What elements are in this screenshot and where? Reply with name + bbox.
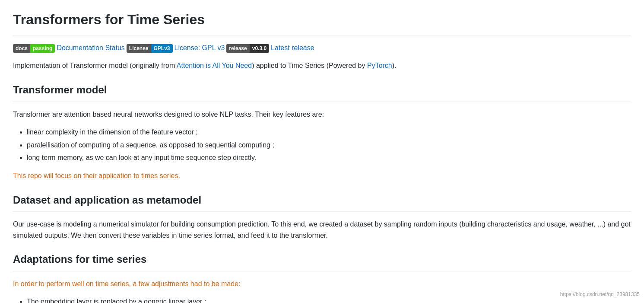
intro-text-after: ). [392, 62, 397, 69]
dataset-description: Our use-case is modeling a numerical sim… [13, 219, 631, 241]
intro-paragraph: Implementation of Transformer model (ori… [13, 60, 631, 71]
watermark: https://blog.csdn.net/qq_23981335 [560, 290, 640, 299]
adaptations-list: The embedding layer is replaced by a gen… [13, 296, 631, 303]
transformer-heading: Transformer model [13, 82, 631, 102]
badges-row: docs passing Documentation Status Licens… [13, 42, 631, 54]
badge-release-left: release [226, 44, 249, 53]
transformer-features-list: linear complexity in the dimension of th… [13, 127, 631, 163]
badge-license-right: GPLv3 [151, 44, 173, 53]
list-item: paralellisation of computing of a sequen… [27, 140, 631, 151]
list-item: long term memory, as we can look at any … [27, 152, 631, 163]
pytorch-link[interactable]: PyTorch [367, 62, 392, 69]
adaptations-heading: Adaptations for time series [13, 251, 631, 271]
transformer-footer: This repo will focus on their applicatio… [13, 170, 631, 182]
license-gplv3-badge[interactable]: License GPLv3 [127, 42, 173, 54]
badge-license-left: License [127, 44, 151, 53]
badge-docs-left: docs [13, 44, 30, 53]
list-item: The embedding layer is replaced by a gen… [27, 296, 631, 303]
attention-link[interactable]: Attention is All You Need [177, 62, 252, 69]
intro-text-middle: ) applied to Time Series (Powered by [252, 62, 367, 69]
documentation-status-link[interactable]: Documentation Status [57, 42, 124, 54]
latest-release-link[interactable]: Latest release [271, 42, 314, 54]
intro-text-before: Implementation of Transformer model (ori… [13, 62, 177, 69]
badge-docs-right: passing [30, 44, 55, 53]
license-gpl-v3-link[interactable]: License: GPL v3 [174, 42, 225, 54]
list-item: linear complexity in the dimension of th… [27, 127, 631, 138]
release-badge[interactable]: release v0.3.0 [226, 42, 269, 54]
transformer-description: Transformer are attention based neural n… [13, 109, 631, 120]
docs-badge[interactable]: docs passing [13, 42, 55, 54]
adaptations-intro: In order to perform well on time series,… [13, 278, 631, 290]
page-title: Transformers for Time Series [13, 9, 631, 35]
dataset-heading: Dataset and application as metamodel [13, 192, 631, 212]
badge-release-right: v0.3.0 [250, 44, 269, 53]
